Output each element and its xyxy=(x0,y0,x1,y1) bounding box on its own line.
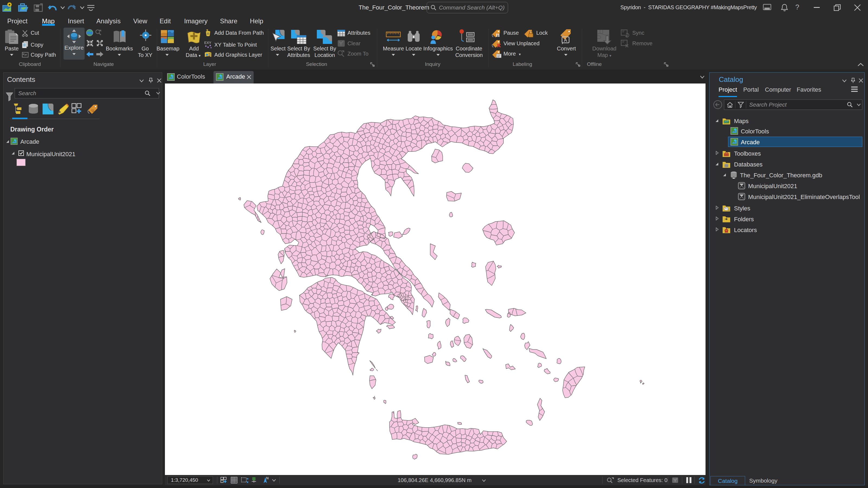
svg-text:N: N xyxy=(266,476,269,480)
svg-text:A: A xyxy=(564,38,567,43)
svg-text:EXY: EXY xyxy=(204,41,211,45)
